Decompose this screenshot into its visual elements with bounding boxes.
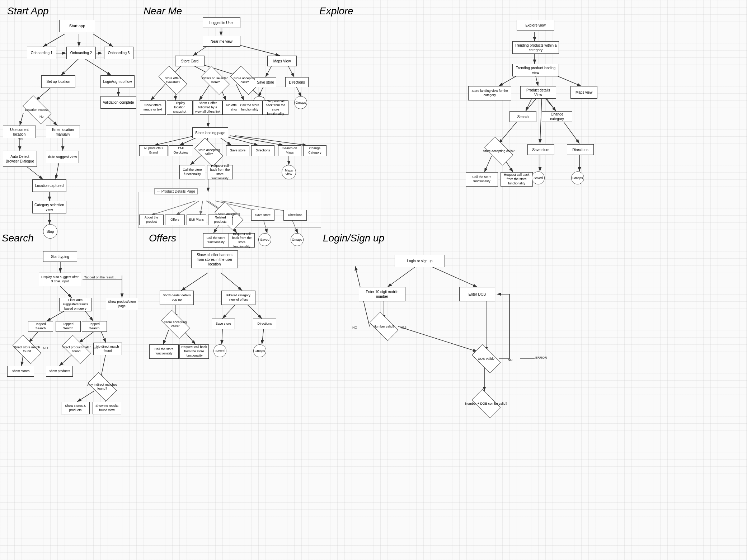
svg-line-95 [431,266,477,287]
tapped-search-right-box: Tapped Search [82,321,107,332]
display-auto-suggest-box: Display auto suggest after 3 char. input [39,273,81,286]
maps-view-circle-landing: Maps view [282,165,296,179]
save-store-product-box: Save store [251,210,274,221]
svg-line-86 [221,273,242,291]
show-products-box: Show products [46,366,73,377]
show-stores-box: Show stores [7,366,34,377]
onboarding1-box: Onboarding 1 [27,47,56,59]
near-me-title: Near Me [144,5,182,17]
category-selection-box: Category selection view [32,201,66,213]
explore-title: Explore [319,5,353,17]
enter-dob-box: Enter DOB [459,287,495,301]
show-offers-image-box: Show offers image or text [140,100,166,115]
start-app-title: Start App [7,5,49,17]
save-store-explore-box: Save store [527,144,554,155]
maps-view-near-me-box: Maps View [267,56,297,66]
save-store-offers-box: Save store [212,319,235,329]
saved-circle-explore: Saved [532,171,545,184]
saved-circle-product: Saved [258,233,271,246]
explore-view-box: Explore view [517,20,554,30]
saved-circle-offers: Saved [213,344,226,357]
store-landing-page-box: Store landing page [192,127,228,138]
no-label-dob: NO [508,358,513,362]
product-details-label: ← Product Details Page [154,188,198,194]
enter-mobile-box: Enter 10 digit mobile number [359,287,405,301]
location-captured-box: Location captured [32,179,66,192]
store-card-box: Store Card [175,56,205,66]
gmaps-circle-near-top: Gmaps [294,96,307,109]
store-accepting-calls-landing-diamond: Store accepting calls? [194,143,223,161]
validation-complete-box: Validation complete [100,96,136,109]
tapped-search-left-box: Tapped Search [28,321,53,332]
onboarding3-box: Onboarding 3 [104,47,133,59]
login-title: Login/Sign up [323,232,384,244]
stop-circle: Stop [43,224,57,239]
no-label-number: NO [352,326,357,329]
use-current-location-box: Use current location [3,126,36,138]
request-callback-landing-box: Request call back from the store functio… [207,165,233,179]
directions-explore-box: Directions [567,144,594,155]
show-all-offer-banners-box: Show all offer banners from stores in th… [191,250,238,268]
offers-product-box: Offers [165,215,185,225]
directions-offers-box: Directions [253,319,276,329]
show-product-store-page-box: Show product/store page [106,298,138,310]
enter-location-manually-box: Enter location manually [46,126,80,138]
offers-title: Offers [149,232,176,244]
maps-view-explore-box: Maps view [570,86,597,99]
flowchart-canvas: Start App Near Me Explore Search Offers … [0,0,747,560]
no-label-store: NO [43,346,48,350]
any-indirect-matches-diamond: Any indirect matches found? [86,377,118,396]
store-landing-category-box: Store landing view for the category [468,86,511,100]
login-signup-flow-box: Login/sign up flow [100,75,135,88]
svg-line-94 [387,266,416,287]
svg-line-7 [84,58,111,75]
filtered-category-view-box: Filtered category view of offers [221,291,255,305]
show-dealer-details-box: Show dealer details pop up [160,291,194,305]
number-dob-combo-diamond: Number + DOB combo valid? [463,391,509,416]
svg-line-15 [56,161,59,179]
request-callback-product-box: Request call back from the store functio… [229,233,255,248]
call-store-near-top-box: Call the store functionality [237,100,263,115]
svg-line-92 [222,328,222,344]
emi-quickview-box: EMI Quickview [169,145,193,156]
save-store-landing-box: Save store [226,145,249,156]
trending-products-category-box: Trending products within a category [512,41,559,54]
direct-store-match-diamond: Direct store match found [11,340,43,359]
svg-line-35 [154,136,196,145]
show-no-results-box: Show no results found view [93,402,121,414]
svg-line-89 [246,303,262,319]
tapped-search-mid-box: Tapped Search [56,321,81,332]
search-explore-box: Search [509,111,536,122]
show-1-offer-box: Show 1 offer followed by a view all offe… [193,100,222,115]
change-category-explore-box: Change category [542,111,572,122]
show-stores-products-box: Show stores & products [61,402,90,414]
directions-landing-box: Directions [251,145,274,156]
call-store-landing-box: Call the store functionality [179,165,205,179]
store-accepting-calls-offers-diamond: Store accepting calls? [160,315,191,334]
search-on-maps-box: Search on Maps [278,145,301,156]
start-app-box: Start app [59,20,95,32]
svg-line-27 [296,86,301,97]
gmaps-circle-product: Gmaps [291,233,304,246]
store-accepting-calls-explore-diamond: Store accepting calls? [483,142,515,160]
filter-auto-suggested-box: Filter auto suggested results based on q… [59,298,91,311]
call-store-product-box: Call the store functionality [203,233,229,248]
store-offers-available-diamond: Store offers available? [157,71,189,90]
dob-valid-diamond: DOB Valid? [468,348,504,370]
auto-suggest-view-box: Auto suggest view [46,151,79,163]
all-products-brand-box: All products > Brand [139,145,168,156]
svg-line-14 [27,167,43,179]
start-typing-box: Start typing [43,251,77,262]
call-store-offers-box: Call the store functionality [149,344,179,359]
product-details-explore-box: Product details View [520,86,556,99]
onboarding2-box: Onboarding 2 [66,47,96,59]
number-valid-diamond: Number valid? [366,316,402,337]
svg-line-1 [43,34,65,47]
svg-line-79 [100,330,106,343]
request-callback-near-top-box: Request call back from the store functio… [263,100,288,115]
error-label: ERROR [535,356,547,359]
related-products-box: Related products [208,215,232,225]
yes-label-location: Yes [18,137,23,141]
login-or-signup-box: Login or sign up [395,255,445,267]
yes-label-number: YES [400,326,407,329]
